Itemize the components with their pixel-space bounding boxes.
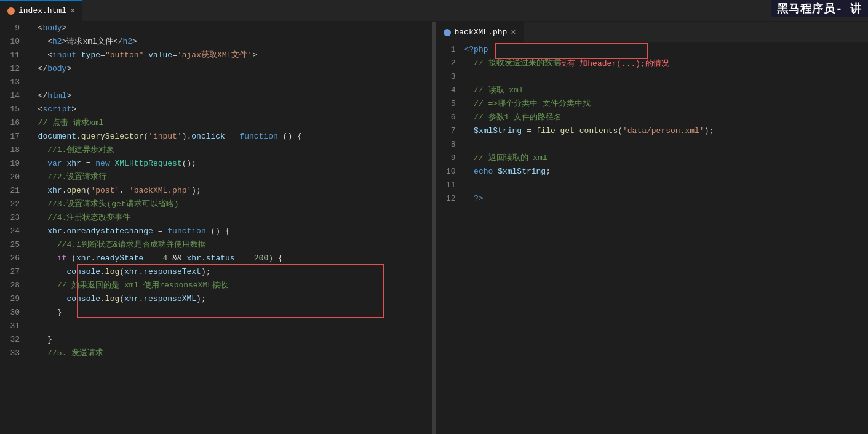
code-line-14: 14 </html> xyxy=(0,89,432,103)
php-line-8: 8 xyxy=(436,138,869,151)
code-line-25: 25 //4.1判断状态&请求是否成功并使用数据 xyxy=(0,238,432,252)
code-line-19: 19 var xhr = new XMLHttpRequest(); xyxy=(0,157,432,171)
editors-row: 9 <body> 10 <h2>请求xml文件</h2> 11 <input t… xyxy=(0,22,868,434)
code-line-32: 32 } xyxy=(0,333,432,347)
tab-label-backxml: backXML.php xyxy=(455,28,508,37)
code-line-29: 29 console.log(xhr.responseXML); xyxy=(0,292,432,306)
close-tab-index[interactable]: × xyxy=(70,7,75,15)
code-line-22: 22 //3.设置请求头(get请求可以省略) xyxy=(0,198,432,211)
php-line-6: 6 // 参数1 文件的路径名 xyxy=(436,111,869,124)
code-line-9: 9 <body> xyxy=(0,22,432,35)
code-line-33: 33 //5. 发送请求 xyxy=(0,347,432,360)
editor-container: index.html × ⧉ ··· 黑马程序员- 讲 9 <body> 10 … xyxy=(0,0,868,434)
left-editor-pane: 9 <body> 10 <h2>请求xml文件</h2> 11 <input t… xyxy=(0,22,433,434)
code-line-11: 11 <input type="button" value='ajax获取XML… xyxy=(0,49,432,62)
php-line-11: 11 xyxy=(436,179,869,192)
code-line-18: 18 //1.创建异步对象 xyxy=(0,143,432,157)
php-file-icon xyxy=(444,29,451,36)
code-line-30: 30 } xyxy=(0,306,432,319)
php-line-1: 1 <?php xyxy=(436,43,869,57)
code-line-21: 21 xhr.open('post', 'backXML.php'); xyxy=(0,184,432,198)
code-line-27: 27 console.log(xhr.responseText); xyxy=(0,265,432,279)
php-line-9: 9 // 返回读取的 xml xyxy=(436,151,869,165)
php-line-7: 7 $xmlString = file_get_contents('data/p… xyxy=(436,124,869,138)
tab-backxml-php[interactable]: backXML.php × xyxy=(436,22,524,43)
right-tab-bar: backXML.php × xyxy=(436,22,869,43)
code-line-20: 20 //2.设置请求行 xyxy=(0,171,432,184)
php-line-2: 2 // 接收发送过来的数据 xyxy=(436,57,869,70)
code-line-26: 26 if (xhr.readyState == 4 && xhr.status… xyxy=(0,252,432,265)
php-line-4: 4 // 读取 xml xyxy=(436,84,869,97)
right-code-area[interactable]: 没有 加header(...);的情况 1 <?php 2 // 接收发送过来的… xyxy=(436,43,869,434)
code-line-28: 28 // 如果返回的是 xml 使用responseXML接收 xyxy=(0,279,432,292)
php-line-10: 10 echo $xmlString; xyxy=(436,165,869,179)
close-tab-backxml[interactable]: × xyxy=(511,28,516,37)
code-line-16: 16 // 点击 请求xml xyxy=(0,116,432,130)
code-line-31: 31 xyxy=(0,319,432,333)
right-editor-pane: backXML.php × 没有 加header(...);的情况 1 <?ph… xyxy=(436,22,869,434)
tab-label-index: index.html xyxy=(18,6,66,15)
code-line-23: 23 //4.注册状态改变事件 xyxy=(0,211,432,225)
code-line-13: 13 xyxy=(0,76,432,89)
tab-bar: index.html × ⧉ ··· 黑马程序员- 讲 xyxy=(0,0,868,22)
code-line-24: 24 xhr.onreadystatechange = function () … xyxy=(0,225,432,238)
watermark: 黑马程序员- 讲 xyxy=(771,0,868,17)
tab-index-html[interactable]: index.html × xyxy=(0,0,82,22)
left-code-area[interactable]: 9 <body> 10 <h2>请求xml文件</h2> 11 <input t… xyxy=(0,22,432,434)
code-line-17: 17 document.querySelector('input').oncli… xyxy=(0,130,432,143)
php-line-12: 12 ?> xyxy=(436,192,869,206)
php-line-5: 5 // =>哪个分类中 文件分类中找 xyxy=(436,97,869,111)
code-line-15: 15 <script> xyxy=(0,103,432,116)
code-line-12: 12 </body> xyxy=(0,62,432,76)
html-file-icon xyxy=(7,7,15,15)
code-line-10: 10 <h2>请求xml文件</h2> xyxy=(0,35,432,49)
php-line-3: 3 xyxy=(436,70,869,84)
